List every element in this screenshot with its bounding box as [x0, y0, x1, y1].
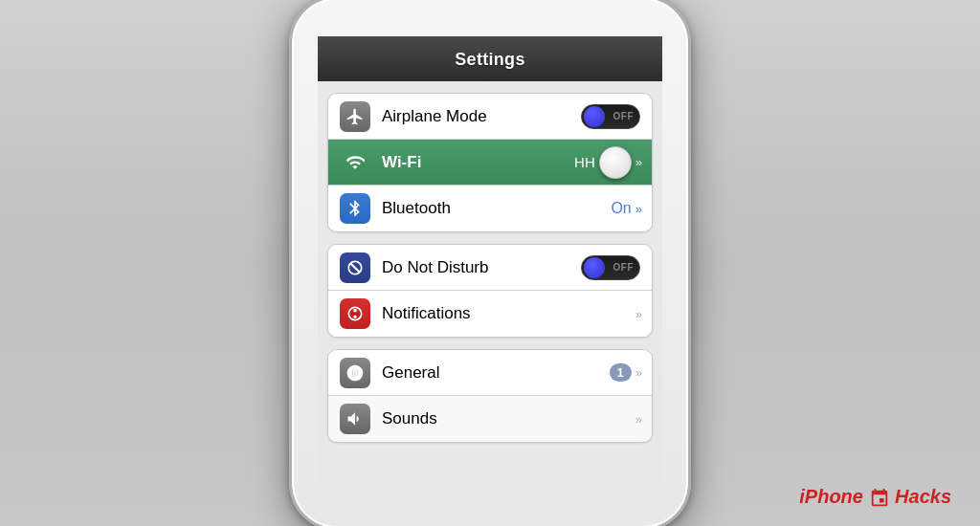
sounds-chevron: »	[635, 412, 640, 427]
page-title: Settings	[318, 50, 662, 70]
wifi-row[interactable]: Wi-Fi HH »	[328, 140, 652, 186]
screen: Settings Airplane Mode	[318, 36, 662, 495]
general-label: General	[382, 363, 610, 383]
general-badge: 1	[610, 363, 632, 382]
wifi-network-name: HH	[574, 154, 595, 170]
general-row[interactable]: General 1 »	[328, 350, 652, 396]
airplane-mode-icon	[340, 101, 370, 132]
general-chevron: »	[635, 365, 640, 380]
general-icon	[340, 358, 370, 388]
wifi-icon	[340, 147, 370, 178]
airplane-mode-label: Airplane Mode	[382, 107, 581, 126]
airplane-mode-row[interactable]: Airplane Mode OFF	[328, 94, 652, 140]
do-not-disturb-label: Do Not Disturb	[382, 258, 581, 277]
notifications-label: Notifications	[382, 304, 635, 323]
sounds-icon	[340, 404, 370, 434]
notifications-chevron: »	[635, 307, 640, 321]
settings-content: Airplane Mode OFF Wi-Fi	[318, 81, 662, 454]
bluetooth-row[interactable]: Bluetooth On »	[328, 186, 652, 231]
settings-header: Settings	[318, 36, 662, 81]
settings-group-1: Airplane Mode OFF Wi-Fi	[327, 93, 653, 232]
bluetooth-status: On	[611, 200, 631, 217]
wifi-value: HH »	[574, 146, 640, 179]
watermark-text: iPhone Hacks	[799, 486, 951, 509]
wifi-toggle-knob	[599, 146, 632, 179]
airplane-mode-toggle-knob	[584, 106, 605, 127]
airplane-mode-toggle-text: OFF	[613, 111, 635, 121]
notifications-row[interactable]: Notifications »	[328, 291, 652, 337]
do-not-disturb-toggle[interactable]: OFF	[581, 255, 640, 280]
iphone-frame: Settings Airplane Mode	[289, 0, 691, 526]
do-not-disturb-icon	[340, 252, 370, 283]
svg-rect-2	[353, 309, 356, 312]
settings-group-3: General 1 » Sounds »	[327, 349, 653, 443]
sounds-row[interactable]: Sounds »	[328, 396, 652, 442]
do-not-disturb-toggle-text: OFF	[613, 262, 635, 273]
do-not-disturb-row[interactable]: Do Not Disturb OFF	[328, 245, 652, 291]
watermark-hacks: Hacks	[895, 486, 951, 507]
sounds-label: Sounds	[382, 409, 635, 428]
wifi-chevron: »	[635, 155, 640, 169]
wifi-label: Wi-Fi	[382, 153, 574, 172]
bluetooth-label: Bluetooth	[382, 199, 611, 218]
bluetooth-chevron: »	[635, 202, 640, 216]
svg-point-3	[353, 316, 356, 318]
background: Settings Airplane Mode	[0, 0, 980, 526]
settings-group-2: Do Not Disturb OFF	[327, 244, 653, 338]
watermark: iPhone Hacks	[799, 486, 951, 509]
notifications-icon	[340, 298, 370, 329]
bluetooth-icon	[340, 193, 370, 224]
do-not-disturb-toggle-knob	[584, 257, 605, 278]
airplane-mode-toggle[interactable]: OFF	[581, 104, 640, 129]
watermark-iphone: iPhone	[799, 486, 863, 507]
